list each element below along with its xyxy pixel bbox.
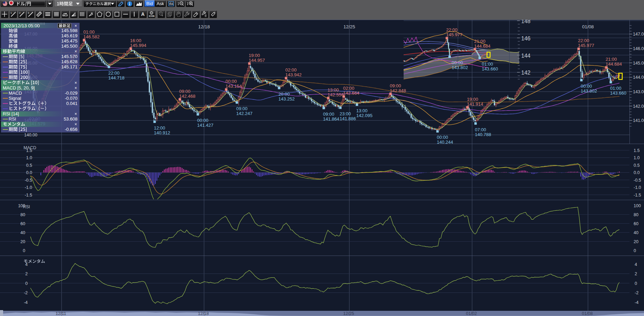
svg-text:01/08: 01/08 xyxy=(582,24,594,29)
svg-text:143.154: 143.154 xyxy=(226,84,242,89)
svg-text:144.718: 144.718 xyxy=(108,75,125,80)
svg-text:144.00: 144.00 xyxy=(633,75,644,80)
svg-text:141.886: 141.886 xyxy=(340,116,356,121)
svg-text:13:00: 13:00 xyxy=(328,87,339,93)
svg-text:-2: -2 xyxy=(635,290,638,295)
svg-text:×: × xyxy=(74,49,77,54)
svg-text:145.475: 145.475 xyxy=(61,38,77,44)
svg-text:145.994: 145.994 xyxy=(130,43,146,48)
svg-text:00:00: 00:00 xyxy=(437,135,448,140)
svg-text:12/18: 12/18 xyxy=(198,24,210,29)
svg-text:60: 60 xyxy=(634,221,638,226)
svg-text:144.684: 144.684 xyxy=(606,61,622,67)
svg-text:09:00: 09:00 xyxy=(236,106,248,111)
svg-text:142.468: 142.468 xyxy=(179,94,195,99)
svg-text:01/08: 01/08 xyxy=(582,311,592,316)
svg-text:145.977: 145.977 xyxy=(446,32,462,37)
svg-text:144.957: 144.957 xyxy=(249,58,265,63)
svg-text:144: 144 xyxy=(521,53,531,59)
svg-text:148: 148 xyxy=(521,20,531,24)
svg-text:1.0: 1.0 xyxy=(634,155,640,160)
svg-text:147.00: 147.00 xyxy=(633,32,644,37)
svg-text:146.582: 146.582 xyxy=(83,34,100,39)
svg-text:09:00: 09:00 xyxy=(323,112,334,117)
svg-text:0.041: 0.041 xyxy=(66,101,77,106)
svg-text:19:00: 19:00 xyxy=(249,53,260,58)
svg-text:RSI: RSI xyxy=(9,116,16,122)
svg-text:143.660: 143.660 xyxy=(482,66,498,71)
svg-text:142.095: 142.095 xyxy=(356,113,372,118)
svg-text:12/11: 12/11 xyxy=(56,311,66,316)
svg-text:140.00: 140.00 xyxy=(24,133,37,137)
svg-text:142.848: 142.848 xyxy=(390,88,406,93)
svg-text:0: 0 xyxy=(23,248,25,253)
svg-text:0: 0 xyxy=(25,281,28,286)
svg-text:01:00: 01:00 xyxy=(482,61,493,67)
svg-text:60: 60 xyxy=(20,221,25,226)
svg-text:20: 20 xyxy=(20,239,25,244)
svg-text:141.00: 141.00 xyxy=(633,118,644,123)
svg-text:4: 4 xyxy=(635,262,637,267)
svg-text:100: 100 xyxy=(634,203,641,208)
svg-text:00:00: 00:00 xyxy=(452,60,463,65)
svg-text:22:00: 22:00 xyxy=(446,27,458,32)
svg-text:143.942: 143.942 xyxy=(285,72,302,77)
svg-text:RSI [14]: RSI [14] xyxy=(3,111,19,116)
svg-text:140.912: 140.912 xyxy=(154,130,170,135)
svg-text:53.608: 53.608 xyxy=(64,116,77,122)
svg-text:80: 80 xyxy=(20,212,25,217)
svg-text:0.5: 0.5 xyxy=(634,163,640,168)
svg-text:141.864: 141.864 xyxy=(323,116,339,122)
svg-text:142.664: 142.664 xyxy=(343,90,359,96)
svg-text:145.00: 145.00 xyxy=(633,61,644,66)
svg-text:20:00: 20:00 xyxy=(278,92,290,97)
svg-text:-0.656: -0.656 xyxy=(65,127,77,132)
svg-text:13:00: 13:00 xyxy=(356,108,368,113)
svg-text:40: 40 xyxy=(20,230,25,235)
svg-text:02:00: 02:00 xyxy=(343,86,355,91)
svg-text:1.0: 1.0 xyxy=(26,155,32,160)
svg-text:02:00: 02:00 xyxy=(285,67,297,73)
svg-text:3: 3 xyxy=(28,11,29,15)
svg-text:142.556: 142.556 xyxy=(328,92,344,97)
svg-text:142.00: 142.00 xyxy=(633,104,644,109)
svg-text:143.252: 143.252 xyxy=(278,96,295,102)
svg-text:0.0: 0.0 xyxy=(26,170,32,175)
svg-text:146: 146 xyxy=(521,36,531,41)
svg-text:143.802: 143.802 xyxy=(581,88,597,94)
svg-text:01:00: 01:00 xyxy=(610,86,622,91)
svg-text:-0.5: -0.5 xyxy=(634,178,641,183)
svg-text:2: 2 xyxy=(19,11,21,15)
svg-text:-1.0: -1.0 xyxy=(25,185,32,190)
svg-text:×: × xyxy=(74,122,77,127)
svg-text:145.977: 145.977 xyxy=(578,43,594,48)
svg-text:00:00: 00:00 xyxy=(197,118,209,123)
svg-text:-1.5: -1.5 xyxy=(634,193,641,198)
svg-text:-4: -4 xyxy=(24,300,28,305)
svg-text:22:00: 22:00 xyxy=(108,70,120,76)
svg-text:×: × xyxy=(74,23,77,28)
svg-text:12:00: 12:00 xyxy=(154,125,165,131)
svg-text:140.244: 140.244 xyxy=(437,140,453,145)
svg-text:145.628: 145.628 xyxy=(61,59,77,64)
svg-text:09:00: 09:00 xyxy=(179,89,191,94)
svg-text:-2: -2 xyxy=(24,290,28,295)
svg-text:×: × xyxy=(74,112,77,116)
svg-text:-4: -4 xyxy=(635,300,638,305)
svg-text:Signal: Signal xyxy=(9,96,21,101)
svg-text:21:00: 21:00 xyxy=(606,57,617,62)
svg-text:ICON: ICON xyxy=(149,15,155,17)
svg-text:-0.070: -0.070 xyxy=(65,96,77,101)
svg-text:-1.5: -1.5 xyxy=(25,193,32,198)
svg-text:141.427: 141.427 xyxy=(197,123,213,128)
svg-text:×: × xyxy=(74,86,77,90)
svg-text:RSI: RSI xyxy=(23,204,30,209)
svg-text:MACD: MACD xyxy=(9,90,22,96)
svg-text:01/02: 01/02 xyxy=(466,311,477,316)
svg-text:12/18: 12/18 xyxy=(198,311,209,316)
svg-text:40: 40 xyxy=(634,230,638,235)
svg-text:1: 1 xyxy=(10,11,12,15)
svg-text:145.598: 145.598 xyxy=(61,28,77,33)
svg-text:141.914: 141.914 xyxy=(467,102,483,107)
svg-text:80: 80 xyxy=(634,212,638,217)
